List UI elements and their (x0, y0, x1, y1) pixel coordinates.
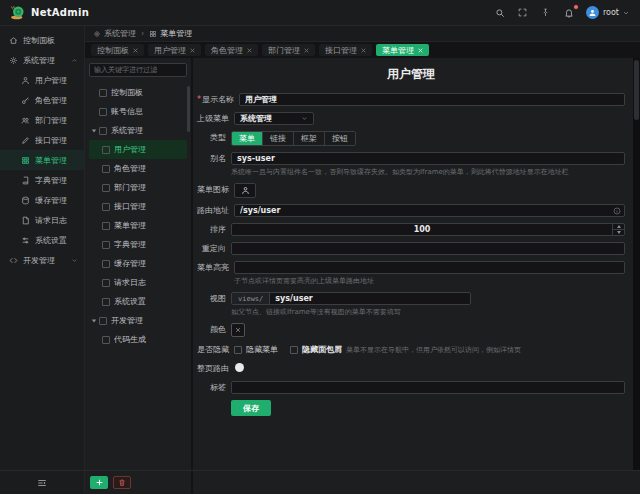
sidebar-item-label: 缓存管理 (35, 195, 67, 206)
user-avatar[interactable] (586, 6, 599, 19)
checkbox[interactable] (102, 260, 110, 268)
checkbox[interactable] (99, 127, 107, 135)
tags-input[interactable] (231, 381, 625, 394)
tree-item-settings[interactable]: 系统设置 (89, 292, 187, 311)
sort-value-input[interactable] (232, 224, 612, 235)
sidebar-item-api[interactable]: 接口管理 (0, 130, 84, 150)
field-display-name: *显示名称 (197, 93, 625, 106)
sidebar-item-departments[interactable]: 部门管理 (0, 110, 84, 130)
close-icon[interactable] (361, 48, 366, 53)
close-icon[interactable] (418, 48, 423, 53)
view-path-prefix: views/ (232, 293, 270, 304)
tree-item-dashboard[interactable]: 控制面板 (89, 83, 187, 102)
checkbox[interactable] (99, 108, 107, 116)
type-option-button[interactable]: 按钮 (325, 132, 355, 145)
tree-item-codegen[interactable]: 代码生成 (89, 330, 187, 349)
tree-item-api[interactable]: 接口管理 (89, 197, 187, 216)
close-icon[interactable] (247, 48, 252, 53)
tree-item-system[interactable]: 系统管理 (89, 121, 187, 140)
menu-icon-picker-button[interactable] (234, 183, 256, 198)
collapse-sidebar-icon[interactable] (37, 478, 47, 488)
step-down-button[interactable] (613, 229, 624, 235)
save-button[interactable]: 保存 (231, 400, 271, 416)
sidebar-item-roles[interactable]: 角色管理 (0, 90, 84, 110)
caret-down-icon[interactable] (91, 127, 98, 134)
checkbox[interactable] (102, 165, 110, 173)
tree-item-departments[interactable]: 部门管理 (89, 178, 187, 197)
field-label: 是否隐藏 (197, 343, 234, 356)
checkbox[interactable] (102, 146, 110, 154)
notifications-bell-icon[interactable] (561, 5, 577, 21)
tab-dashboard[interactable]: 控制面板 (91, 44, 144, 56)
sidebar-group-system[interactable]: 系统管理 (0, 50, 84, 70)
display-name-input[interactable] (239, 93, 625, 106)
type-option-menu[interactable]: 菜单 (232, 132, 263, 145)
sidebar-item-menus[interactable]: 菜单管理 (0, 150, 84, 170)
tab-departments[interactable]: 部门管理 (262, 44, 315, 56)
hide-breadcrumb-label[interactable]: 隐藏面包屑 (302, 344, 342, 355)
add-menu-button[interactable] (90, 476, 108, 489)
tab-menus[interactable]: 菜单管理 (376, 44, 429, 56)
sidebar-item-request-logs[interactable]: 请求日志 (0, 210, 84, 230)
tree-item-roles[interactable]: 角色管理 (89, 159, 187, 178)
alias-input[interactable] (231, 152, 625, 165)
toggle-knob (235, 363, 244, 372)
pin-icon[interactable] (538, 5, 554, 21)
tree-item-users[interactable]: 用户管理 (89, 140, 187, 159)
checkbox[interactable] (99, 89, 107, 97)
sidebar-item-settings[interactable]: 系统设置 (0, 230, 84, 250)
tab-users[interactable]: 用户管理 (148, 44, 201, 56)
sidebar-item-users[interactable]: 用户管理 (0, 70, 84, 90)
type-option-iframe[interactable]: 框架 (294, 132, 325, 145)
view-input[interactable] (270, 293, 470, 304)
delete-menu-button[interactable] (113, 476, 131, 489)
route-input[interactable] (234, 204, 625, 217)
checkbox[interactable] (102, 336, 110, 344)
hide-menu-label[interactable]: 隐藏菜单 (246, 344, 278, 355)
sliders-icon (21, 236, 30, 245)
sidebar-item-dictionary[interactable]: 字典管理 (0, 170, 84, 190)
gear-icon (93, 30, 101, 38)
fullscreen-icon[interactable] (515, 5, 531, 21)
checkbox[interactable] (102, 279, 110, 287)
color-picker-button[interactable] (231, 323, 245, 337)
tree-item-development[interactable]: 开发管理 (89, 311, 187, 330)
checkbox[interactable] (102, 203, 110, 211)
tree-item-request-logs[interactable]: 请求日志 (89, 273, 187, 292)
tab-api[interactable]: 接口管理 (319, 44, 372, 56)
checkbox[interactable] (102, 241, 110, 249)
tree-item-dictionary[interactable]: 字典管理 (89, 235, 187, 254)
username-label[interactable]: root (603, 8, 619, 17)
tree-item-cache[interactable]: 缓存管理 (89, 254, 187, 273)
highlight-input[interactable] (234, 261, 625, 274)
checkbox[interactable] (102, 298, 110, 306)
close-icon[interactable] (304, 48, 309, 53)
chevron-down-icon[interactable] (622, 9, 630, 17)
type-option-link[interactable]: 链接 (263, 132, 294, 145)
close-icon[interactable] (133, 48, 138, 53)
sidebar-item-cache[interactable]: 缓存管理 (0, 190, 84, 210)
redirect-input[interactable] (231, 242, 625, 255)
checkbox[interactable] (102, 184, 110, 192)
parent-menu-select[interactable]: 系统管理 (234, 112, 314, 125)
checkbox[interactable] (99, 317, 107, 325)
tree-scrollbar[interactable] (187, 86, 190, 132)
netadmin-app: NetAdmin root 控制面板 (0, 0, 640, 494)
page-scrollbar[interactable] (633, 58, 640, 470)
checkbox[interactable] (102, 222, 110, 230)
sidebar-group-development[interactable]: 开发管理 (0, 250, 84, 270)
tree-item-account[interactable]: 账号信息 (89, 102, 187, 121)
hide-breadcrumb-checkbox[interactable] (290, 346, 298, 354)
tab-roles[interactable]: 角色管理 (205, 44, 258, 56)
menu-tree: 控制面板 账号信息 系统管理 用户管理 角色管理 部门管理 接口管理 菜单管理 … (89, 83, 187, 349)
sidebar-item-label: 系统设置 (35, 235, 67, 246)
close-icon[interactable] (190, 48, 195, 53)
scrollbar-thumb[interactable] (634, 60, 639, 120)
search-icon[interactable] (492, 5, 508, 21)
sidebar-item-dashboard[interactable]: 控制面板 (0, 30, 84, 50)
tree-item-menus[interactable]: 菜单管理 (89, 216, 187, 235)
caret-down-icon[interactable] (91, 317, 98, 324)
hide-menu-checkbox[interactable] (234, 346, 242, 354)
tree-filter-input[interactable] (89, 63, 187, 77)
breadcrumb-item-system[interactable]: 系统管理 (93, 28, 136, 39)
